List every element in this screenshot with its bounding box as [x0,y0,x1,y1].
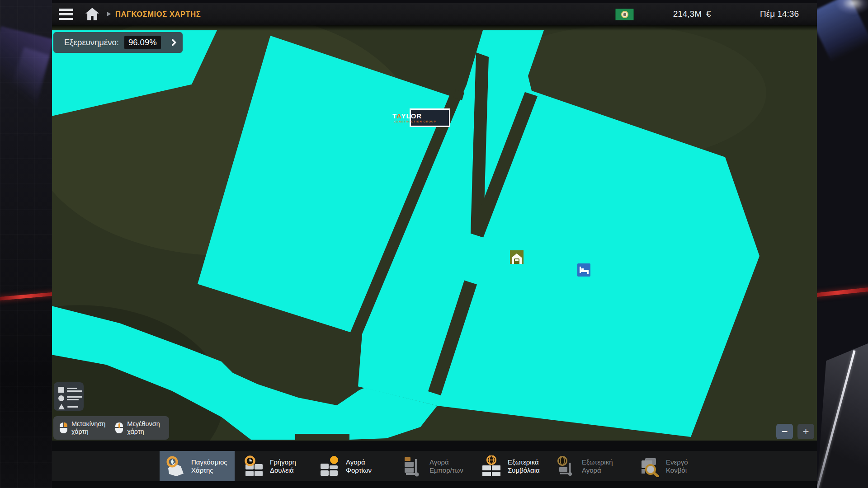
window-bottom-strip [52,481,817,488]
tab-trailer-market[interactable]: ΑγοράΕμπορ/των [398,451,474,481]
menu-icon[interactable] [59,9,73,20]
explored-value: 96.09% [124,36,161,49]
white-glow [835,0,868,14]
red-light-stripe-right [815,287,868,297]
legend-triangle-icon [58,404,65,409]
tab-external-contracts[interactable]: ΕξωτερικάΣυμβόλαια [476,451,552,481]
world-map-canvas [52,25,817,441]
pan-hint: Μετακίνησηχάρτη [60,420,105,436]
money-balance: 214,3M [649,9,702,19]
map-control-hints: Μετακίνησηχάρτη Μεγέθυνσηχάρτη [53,416,169,440]
chevron-right-icon [169,39,176,47]
currency-symbol: € [706,9,711,19]
map-legend-button[interactable] [54,382,84,411]
map-bottom-strip [52,441,817,451]
mouse-right-button-icon [60,422,67,433]
zoom-hint: Μεγέθυνσηχάρτη [115,420,160,436]
legend-square-icon [58,387,64,393]
cargo-dolly-icon [403,455,424,477]
tab-freight-market[interactable]: ΑγοράΦορτίων [314,451,387,481]
world-map-icon [165,455,186,477]
zoom-out-button[interactable]: − [776,424,793,439]
external-market-icon [556,455,576,477]
zoom-in-button[interactable]: + [797,424,814,439]
company-logo-taylor[interactable]: TAYLOR CONSTRUCTION GROUP [410,108,450,127]
breadcrumb-caret-icon [107,12,111,16]
company-logo-title: TAYLOR [392,113,467,119]
hotel-marker-icon[interactable] [577,263,590,277]
quick-job-icon [244,455,264,477]
bottom-nav-bar: ΠαγκόσμιοςΧάρτης ΓρήγορηΔουλειά [52,451,817,481]
company-logo-subtitle: CONSTRUCTION GROUP [394,120,466,123]
game-datetime: Πέμ 14:36 [760,9,799,19]
tab-quick-job[interactable]: ΓρήγορηΔουλειά [238,451,311,481]
legend-circle-icon [58,395,64,401]
explored-label: Εξερευνημένο: [64,38,119,47]
world-map-window: ΠΑΓΚΟΣΜΙΟΣ ΧΑΡΤΗΣ 214,3M € Πέμ 14:36 Εξε… [52,3,817,488]
tab-world-map[interactable]: ΠαγκόσμιοςΧάρτης [160,451,235,481]
breadcrumb: ΠΑΓΚΟΣΜΙΟΣ ΧΑΡΤΗΣ [115,10,201,19]
tunnel-wall-left [0,0,52,488]
external-contracts-icon [481,455,502,477]
top-bar: ΠΑΓΚΟΣΜΙΟΣ ΧΑΡΤΗΣ 214,3M € Πέμ 14:36 [52,3,817,25]
tab-active-convoy[interactable]: ΕνεργόΚονβόι [634,451,707,481]
world-map[interactable]: Εξερευνημένο: 96.09% TAYLOR CONSTRUCTION… [52,25,817,441]
home-icon[interactable] [85,7,100,21]
garage-marker-icon[interactable] [510,250,524,264]
mouse-wheel-icon [115,422,123,433]
explored-progress-badge[interactable]: Εξερευνημένο: 96.09% [53,32,183,53]
freight-market-icon [320,455,340,477]
flag-icon [615,9,634,20]
tab-external-market[interactable]: ΕξωτερικήΑγορά [550,451,626,481]
tunnel-wall-right [817,0,868,488]
convoy-search-icon [640,455,660,477]
